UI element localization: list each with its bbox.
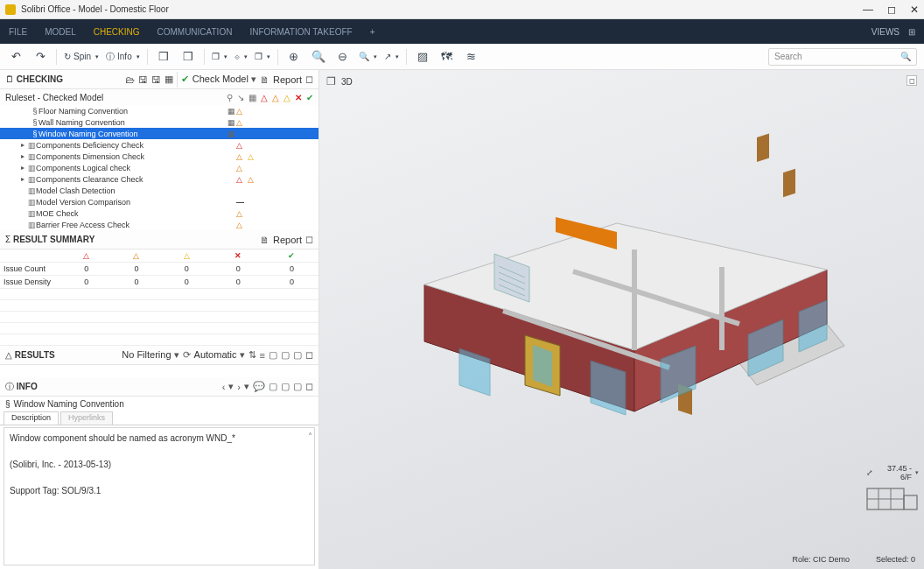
panel-max-icon[interactable]: ◻ xyxy=(305,234,313,245)
info-icon: ⓘ xyxy=(5,381,14,393)
panel-max-icon[interactable]: ◻ xyxy=(305,74,313,85)
scroll-up-icon[interactable]: ˄ xyxy=(308,430,312,443)
report-label[interactable]: Report xyxy=(273,235,302,245)
link-icon[interactable]: ⚲ xyxy=(227,93,233,102)
rule-row[interactable]: ▸▥Components Clearance Check△△ xyxy=(0,173,318,185)
cube-dropdown-3[interactable]: ❒▾ xyxy=(255,48,270,66)
save-icon[interactable]: 🖫 xyxy=(138,74,148,85)
panel-title-checking: CHECKING xyxy=(17,74,63,84)
auto-icon: ⟳ xyxy=(183,349,191,361)
rule-row[interactable]: ▸▥Components Logical check△ xyxy=(0,162,318,173)
minimize-button[interactable]: — xyxy=(863,4,873,16)
cube-tool-1[interactable]: ❒ xyxy=(155,48,172,66)
info-body: ˄ Window component should be named as ac… xyxy=(4,427,315,565)
rule-row[interactable]: ▥Model Version Comparison— xyxy=(0,196,318,207)
views-button[interactable]: VIEWS xyxy=(872,27,900,37)
menu-bar: FILE MODEL CHECKING COMMUNICATION INFORM… xyxy=(0,19,924,44)
menu-add[interactable]: + xyxy=(370,27,375,37)
tri-yellow-icon[interactable]: △ xyxy=(284,93,290,102)
markup-tool[interactable]: 🗺 xyxy=(438,48,456,66)
filtering-dropdown[interactable]: No Filtering ▾ xyxy=(122,349,178,361)
maximize-button[interactable]: ◻ xyxy=(887,4,896,16)
act3-icon[interactable]: ▢ xyxy=(293,381,302,392)
cube-tool-2[interactable]: ❒ xyxy=(179,48,197,66)
panel-max-icon[interactable]: ◻ xyxy=(305,381,313,392)
viewport-3d[interactable]: ❐ 3D ◻ xyxy=(319,70,924,569)
act2-icon[interactable]: ▢ xyxy=(281,381,290,392)
layout-icon[interactable]: ⊞ xyxy=(908,27,915,37)
sort-icon[interactable]: ⇅ xyxy=(248,349,256,361)
zoom-dropdown[interactable]: 🔍▾ xyxy=(359,48,377,66)
zoom-extents-button[interactable]: ⊕ xyxy=(285,48,303,66)
next-menu[interactable]: ▾ xyxy=(244,381,249,392)
redo-button[interactable]: ↷ xyxy=(32,48,49,66)
close-button[interactable]: ✕ xyxy=(910,4,919,16)
minimap[interactable]: ⤢ 37.45 - 6/F ▾ xyxy=(866,464,919,516)
tab-description[interactable]: Description xyxy=(4,411,59,425)
result-summary-panel: Σ RESULT SUMMARY 🗎 Report ◻ △ △ △ ✕ ✔ xyxy=(0,230,318,346)
spin-dropdown[interactable]: ↻ Spin ▾ xyxy=(64,48,99,66)
search-icon: 🔍 xyxy=(900,52,911,61)
menu-communication[interactable]: COMMUNICATION xyxy=(157,27,232,37)
tab-hyperlinks[interactable]: Hyperlinks xyxy=(60,411,113,425)
prev-button[interactable]: ‹ xyxy=(222,382,226,392)
search-placeholder: Search xyxy=(774,52,802,61)
search-input[interactable]: Search 🔍 xyxy=(768,48,917,66)
separator xyxy=(204,49,205,65)
section-tool[interactable]: ▨ xyxy=(414,48,431,66)
menu-model[interactable]: MODEL xyxy=(45,27,76,37)
separator xyxy=(277,49,278,65)
rule-row[interactable]: ▸▥Components Deficiency Check△ xyxy=(0,139,318,151)
tag-icon[interactable]: ↘ xyxy=(237,93,244,102)
expand-icon[interactable]: ⤢ xyxy=(866,468,873,477)
zoom-out-button[interactable]: ⊖ xyxy=(334,48,352,66)
act1-icon[interactable]: ▢ xyxy=(269,349,277,361)
rule-row[interactable]: §Wall Naming Convention▦△ xyxy=(0,116,318,128)
rule-row[interactable]: ▥Model Clash Detection xyxy=(0,185,318,196)
cube-icon: ❐ xyxy=(326,75,336,88)
open-icon[interactable]: 🗁 xyxy=(125,74,135,85)
check-model-dropdown[interactable]: Check Model ▾ xyxy=(192,74,256,85)
rule-row[interactable]: §Window Naming Convention▦ xyxy=(0,128,318,139)
cube-dropdown-2[interactable]: ⟐▾ xyxy=(234,48,248,66)
act1-icon[interactable]: ▢ xyxy=(269,381,277,392)
tri-orange-icon[interactable]: △ xyxy=(272,93,279,102)
report-button[interactable]: Report xyxy=(273,74,302,85)
next-button[interactable]: › xyxy=(237,382,241,392)
list-icon[interactable]: ≡ xyxy=(260,350,265,361)
act2-icon[interactable]: ▢ xyxy=(281,349,290,361)
menu-information-takeoff[interactable]: INFORMATION TAKEOFF xyxy=(249,27,352,37)
role-label: Role: CIC Demo xyxy=(792,555,850,564)
tri-red-icon[interactable]: △ xyxy=(261,93,268,102)
rule-row[interactable]: §Floor Naming Convention▦△ xyxy=(0,105,318,116)
check-green-icon[interactable]: ✔ xyxy=(306,93,313,102)
floor-dropdown[interactable]: ▾ xyxy=(915,469,919,476)
zoom-in-button[interactable]: 🔍 xyxy=(310,48,327,66)
tri-yellow-icon: △ xyxy=(184,251,190,260)
check-icon[interactable]: ✔ xyxy=(181,74,189,85)
cube-dropdown-1[interactable]: ❒▾ xyxy=(212,48,228,66)
viewport-maximize-button[interactable]: ◻ xyxy=(906,75,917,86)
save-as-icon[interactable]: 🖫 xyxy=(151,74,161,85)
x-red-icon[interactable]: ✕ xyxy=(295,93,302,102)
act3-icon[interactable]: ▢ xyxy=(293,349,302,361)
automatic-dropdown[interactable]: Automatic ▾ xyxy=(194,349,245,361)
rule-row[interactable]: ▥Barrier Free Access Check△ xyxy=(0,219,318,230)
info-dropdown[interactable]: ⓘ Info ▾ xyxy=(106,48,140,66)
undo-button[interactable]: ↶ xyxy=(7,48,24,66)
prev-menu[interactable]: ▾ xyxy=(228,381,234,392)
menu-file[interactable]: FILE xyxy=(9,27,27,37)
bubble-green-icon[interactable]: 💬 xyxy=(253,381,265,392)
report-icon[interactable]: 🗎 xyxy=(260,235,270,245)
checking-panel: 🗒 CHECKING 🗁 🖫 🖫 ▦ ✔ Check Model ▾ 🗎 Rep… xyxy=(0,70,318,230)
report-icon[interactable]: 🗎 xyxy=(260,74,270,85)
grid-icon[interactable]: ▦ xyxy=(248,93,256,102)
layers-tool[interactable]: ≋ xyxy=(463,48,480,66)
measure-dropdown[interactable]: ↗▾ xyxy=(384,48,399,66)
svg-rect-26 xyxy=(904,495,917,509)
menu-checking[interactable]: CHECKING xyxy=(94,27,140,37)
layout-icon[interactable]: ▦ xyxy=(164,74,173,85)
rule-row[interactable]: ▥MOE Check△ xyxy=(0,207,318,219)
panel-max-icon[interactable]: ◻ xyxy=(305,349,313,361)
rule-row[interactable]: ▸▥Components Dimension Check△△ xyxy=(0,151,318,162)
